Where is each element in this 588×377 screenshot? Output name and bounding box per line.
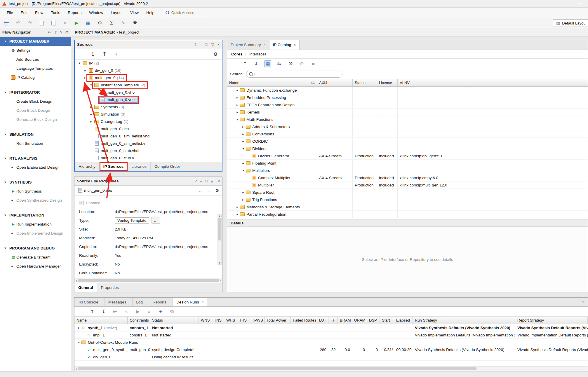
catalog-row[interactable]: ▾ Math Functions [227,116,588,123]
restore-defaults-icon[interactable]: ⇆ [276,60,283,67]
chevron-right-icon[interactable]: ▸ [235,96,240,100]
document-tab[interactable]: Project Summary × [227,40,269,50]
tree-row[interactable]: mult_gen_0_stub.vhdl [75,147,222,154]
tree-row[interactable]: mult_gen_0.veo [75,96,222,103]
chevron-right-icon[interactable]: ▸ [76,326,81,330]
bottom-tab[interactable]: Tcl Console [74,298,105,306]
runs-horizontal-scrollbar[interactable]: ◂ [74,366,588,371]
properties-tab[interactable]: Properties [97,283,123,292]
cores-subtab[interactable]: Cores [231,52,242,56]
edit-icon[interactable]: ✎ [120,20,127,27]
chevron-right-icon[interactable]: ▸ [235,103,240,107]
catalog-row[interactable]: ▸ Embedded Processing [227,94,588,101]
close-icon[interactable]: × [201,300,203,304]
column-header-dsp[interactable]: DSP [367,317,380,324]
column-header-name[interactable]: Name ∧1 [227,79,317,86]
sources-tab[interactable]: Compile Order [151,162,184,171]
collapse-panel-icon[interactable]: ⇤ [48,30,51,34]
help-icon[interactable]: ? [60,30,62,34]
catalog-row[interactable]: ▾ Multipliers [227,167,588,174]
step-back-icon[interactable]: « [123,308,130,315]
column-header-failed-routes[interactable]: Failed Routes [291,317,317,324]
expand-all-icon[interactable]: ↧ [253,60,260,67]
run-row[interactable]: ▸ synth_1 (active) constrs_1 Not started [74,324,588,331]
sources-tab[interactable]: Hierarchy [75,162,100,171]
properties-panel-header[interactable]: Source File Properties ?–□◱× [74,177,222,186]
search-icon[interactable] [77,308,84,315]
catalog-row[interactable]: Complex Multiplier AXI4-Stream Productio… [227,174,588,181]
column-header-axi4[interactable]: AXI4 [317,79,353,86]
menu-item[interactable]: Help [142,8,158,18]
chevron-down-icon[interactable]: ▾ [76,341,81,344]
column-header-constraints[interactable]: Constraints [128,317,150,324]
catalog-row[interactable]: ▸ CORDIC [227,138,588,145]
run-icon[interactable]: ▶ [73,20,80,27]
chevron-right-icon[interactable]: ▸ [241,161,246,165]
more-button[interactable]: … [152,217,160,224]
help-icon[interactable]: ? [195,179,197,183]
catalog-row[interactable]: ▸ Trig Functions [227,196,588,203]
chevron-down-icon[interactable]: ▾ [77,61,82,65]
tree-row[interactable]: ▸ mult_gen_0 (14) [75,74,222,81]
close-icon[interactable]: × [218,179,220,183]
minimize-icon[interactable]: — [574,1,586,6]
run-row[interactable]: div_gen_0 Using cached IP results [74,353,588,361]
chevron-right-icon[interactable]: ▸ [83,69,88,72]
resize-icon[interactable]: ⇕ [54,30,57,34]
scroll-up-icon[interactable]: ▲ [218,214,221,217]
sources-tab[interactable]: IP Sources [100,162,128,171]
properties-tab[interactable]: General [74,283,97,292]
chevron-right-icon[interactable]: ▸ [235,212,240,216]
column-header-whs[interactable]: WHS [224,317,237,324]
report-icon[interactable] [38,20,45,27]
interfaces-subtab[interactable]: Interfaces [249,52,267,56]
scroll-left-icon[interactable]: ◂ [75,279,77,282]
run-row[interactable]: mult_gen_0_synth_1 mult_gen_0 synth_desi… [74,346,588,353]
sources-panel-header[interactable]: Sources ?–□◱× [75,40,222,49]
float-icon[interactable]: ◱ [211,179,214,183]
chevron-right-icon[interactable]: ▸ [241,191,246,194]
tree-row[interactable]: ▸ Simulation (3) [75,111,222,118]
bottom-tab[interactable]: Reports [149,298,173,306]
collapse-all-icon[interactable]: ↥ [241,60,248,67]
web-icon[interactable]: ⊕ [298,60,305,67]
tree-row[interactable]: mult_gen_0.dcp [75,125,222,132]
flow-navigator-row[interactable]: ▸ Open Synthesized Design [0,196,71,205]
column-header-ths[interactable]: THS [237,317,250,324]
add-sources-icon[interactable]: + [113,51,120,58]
quick-access-search[interactable] [164,9,208,16]
menu-item[interactable]: Edit [17,8,31,18]
flow-navigator-row[interactable]: ▾ PROJECT MANAGER [0,37,71,46]
chevron-right-icon[interactable]: ▸ [241,125,246,129]
catalog-row[interactable]: ▸ Adders & Subtracters [227,123,588,130]
scrollbar-thumb[interactable] [78,367,477,370]
tree-row[interactable]: ▾ Instantiation Template (2) [75,81,222,89]
back-icon[interactable]: ← [199,188,203,193]
chevron-right-icon[interactable]: ▸ [89,105,93,109]
run-row[interactable]: impl_1 constrs_1 Not started V [74,331,588,339]
catalog-row[interactable]: Divider Generator AXI4-Stream Production… [227,152,588,160]
column-header-uram[interactable]: URAM [352,317,367,324]
sum-icon[interactable]: Σ [108,20,115,27]
flow-navigator-row[interactable]: Run Synthesis [0,187,71,196]
chevron-down-icon[interactable]: ▾ [89,83,93,87]
help-icon[interactable]: ? [194,42,196,47]
expand-all-icon[interactable]: ↧ [100,308,107,315]
tree-row[interactable]: mult_gen_0_stub.v [75,154,222,162]
search-icon[interactable] [230,60,237,67]
gear-icon[interactable]: ⚙ [65,30,69,34]
chevron-down-icon[interactable]: ▾ [241,147,246,151]
first-run-icon[interactable]: ⇤ [112,308,119,315]
percent-icon[interactable]: % [168,308,175,315]
tree-row[interactable]: ▸ Change Log (1) [75,118,222,125]
chevron-right-icon[interactable]: ▸ [235,110,240,114]
probe-icon[interactable]: ⚒ [131,20,138,27]
close-icon[interactable]: × [294,43,296,47]
chevron-down-icon[interactable]: ▾ [235,118,240,121]
column-header-elapsed[interactable]: Elapsed [394,317,413,324]
chevron-right-icon[interactable]: ▸ [235,205,240,209]
column-header-status[interactable]: Status [150,317,199,324]
flow-navigator-row[interactable]: Add Sources [0,55,71,64]
minimize-icon[interactable]: – [200,42,202,47]
add-run-icon[interactable]: + [157,308,164,315]
